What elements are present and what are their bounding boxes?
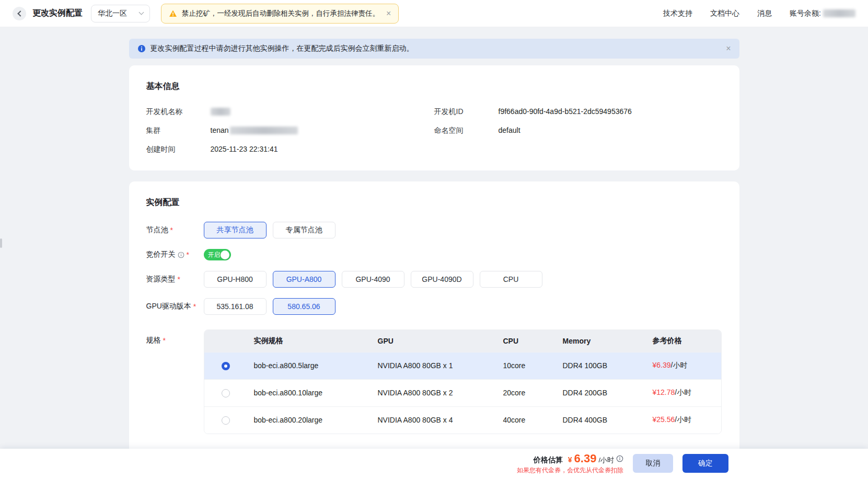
notice-close-icon[interactable]: × — [726, 44, 731, 53]
resource-type-row: 资源类型* GPU-H800 GPU-A800 GPU-4090 GPU-409… — [146, 271, 722, 288]
gpu-driver-option-580[interactable]: 580.65.06 — [273, 298, 335, 315]
spot-switch-toggle[interactable]: 开启 — [204, 249, 231, 260]
resource-option-gpu-a800[interactable]: GPU-A800 — [273, 271, 335, 288]
chevron-left-icon — [17, 10, 23, 16]
warning-text: 禁止挖矿，一经发现后自动删除相关实例，自行承担法律责任。 — [182, 9, 379, 18]
table-row[interactable]: bob-eci.a800.20large NVIDIA A800 80GB x … — [204, 406, 721, 434]
cell-gpu: NVIDIA A800 80GB x 1 — [372, 352, 497, 379]
cell-price: ¥12.78/小时 — [646, 379, 721, 406]
top-header: 更改实例配置 华北一区 禁止挖矿，一经发现后自动删除相关实例，自行承担法律责任。… — [0, 0, 868, 27]
spec-table-header: 实例规格 GPU CPU Memory 参考价格 — [204, 330, 721, 352]
field-namespace: 命名空间 default — [434, 124, 632, 136]
spec-label: 规格* — [146, 329, 204, 345]
spec-row: 规格* 实例规格 GPU CPU Memory 参考价格 — [146, 329, 722, 434]
basic-info-right-column: 开发机ID f9f66ad0-90fd-4a9d-b521-2dc5949536… — [434, 106, 632, 155]
column-header-memory: Memory — [557, 330, 646, 352]
main-content: 更改实例配置过程中请勿进行其他实例操作，在更配完成后实例会立刻重新启动。 × 基… — [129, 39, 739, 465]
field-created-time: 创建时间 2025-11-23 22:31:41 — [146, 143, 434, 155]
mining-warning-banner: 禁止挖矿，一经发现后自动删除相关实例，自行承担法律责任。 × — [161, 4, 399, 24]
node-pool-options: 共享节点池 专属节点池 — [204, 222, 335, 238]
cell-spec: bob-eci.a800.5large — [248, 352, 372, 379]
gpu-driver-option-535[interactable]: 535.161.08 — [204, 298, 267, 315]
gpu-driver-options: 535.161.08 580.65.06 — [204, 298, 335, 315]
price-value: ¥12.78 — [653, 388, 675, 396]
node-pool-row: 节点池* 共享节点池 专属节点池 — [146, 222, 722, 238]
required-asterisk: * — [187, 251, 189, 259]
resource-option-gpu-h800[interactable]: GPU-H800 — [204, 271, 267, 288]
cluster-value: tenan — [211, 124, 298, 136]
nav-account-balance[interactable]: 账号余额: — [790, 9, 855, 18]
radio-unselected[interactable] — [222, 389, 230, 397]
resource-type-options: GPU-H800 GPU-A800 GPU-4090 GPU-4090D CPU — [204, 271, 542, 288]
dev-machine-name-label: 开发机名称 — [146, 106, 211, 117]
nav-doc-center[interactable]: 文档中心 — [710, 9, 739, 18]
basic-info-left-column: 开发机名称 集群 tenan 创建时间 2025-11-23 22:31:41 — [146, 106, 434, 155]
cell-cpu: 40core — [497, 406, 557, 434]
spot-switch-state: 开启 — [208, 251, 221, 259]
required-asterisk: * — [163, 336, 166, 345]
nav-messages[interactable]: 消息 — [757, 9, 772, 18]
price-value: ¥6.39 — [653, 361, 671, 369]
notice-text: 更改实例配置过程中请勿进行其他实例操作，在更配完成后实例会立刻重新启动。 — [151, 44, 414, 53]
cell-memory: DDR4 400GB — [557, 406, 646, 434]
redacted-balance-value — [823, 9, 855, 17]
spec-table: 实例规格 GPU CPU Memory 参考价格 bob-eci.a800.5l… — [204, 330, 721, 434]
gpu-driver-label: GPU驱动版本* — [146, 302, 204, 311]
created-time-label: 创建时间 — [146, 143, 211, 155]
cell-price: ¥6.39/小时 — [646, 352, 721, 379]
scrollbar-thumb[interactable] — [0, 238, 2, 248]
spec-table-wrap: 实例规格 GPU CPU Memory 参考价格 bob-eci.a800.5l… — [204, 329, 722, 434]
node-pool-option-shared[interactable]: 共享节点池 — [204, 222, 267, 238]
resource-option-cpu[interactable]: CPU — [480, 271, 542, 288]
warning-icon — [169, 9, 177, 18]
spot-switch-label: 竞价开关 * — [146, 250, 204, 259]
voucher-note: 如果您有代金券，会优先从代金券扣除 — [517, 466, 623, 475]
cell-memory: DDR4 200GB — [557, 379, 646, 406]
dev-machine-name-value — [211, 108, 230, 116]
action-footer: 价格估算 ¥ 6.39 /小时 如果您有代金券，会优先从代金券扣除 取消 确定 — [0, 449, 868, 478]
radio-selected[interactable] — [222, 362, 230, 370]
cluster-label: 集群 — [146, 124, 211, 136]
dev-machine-id-label: 开发机ID — [434, 106, 499, 117]
cancel-button[interactable]: 取消 — [633, 454, 673, 473]
currency-symbol: ¥ — [568, 456, 572, 464]
page-title: 更改实例配置 — [32, 8, 83, 19]
account-balance-label: 账号余额: — [790, 9, 821, 18]
cell-spec: bob-eci.a800.20large — [248, 406, 372, 434]
node-pool-option-dedicated[interactable]: 专属节点池 — [273, 222, 335, 238]
required-asterisk: * — [193, 302, 196, 311]
table-row[interactable]: bob-eci.a800.5large NVIDIA A800 80GB x 1… — [204, 352, 721, 379]
column-header-price: 参考价格 — [646, 330, 721, 352]
price-info-icon[interactable] — [616, 455, 623, 462]
toggle-knob — [221, 251, 229, 259]
node-pool-label: 节点池* — [146, 225, 204, 235]
price-estimate-block: 价格估算 ¥ 6.39 /小时 如果您有代金券，会优先从代金券扣除 — [517, 452, 623, 475]
resource-option-gpu-4090[interactable]: GPU-4090 — [342, 271, 404, 288]
region-select[interactable]: 华北一区 — [91, 5, 150, 22]
top-nav: 技术支持 文档中心 消息 账号余额: — [663, 9, 855, 18]
column-header-spec: 实例规格 — [248, 330, 372, 352]
redacted-machine-name — [211, 108, 230, 116]
column-header-gpu: GPU — [372, 330, 497, 352]
estimated-price: 6.39 — [574, 452, 597, 465]
basic-info-title: 基本信息 — [146, 81, 722, 92]
cell-gpu: NVIDIA A800 80GB x 4 — [372, 406, 497, 434]
cluster-value-prefix: tenan — [211, 124, 229, 136]
confirm-button[interactable]: 确定 — [682, 454, 728, 473]
warning-close-icon[interactable]: × — [386, 9, 391, 18]
resource-option-gpu-4090d[interactable]: GPU-4090D — [411, 271, 473, 288]
nav-tech-support[interactable]: 技术支持 — [663, 9, 692, 18]
redacted-cluster-value — [230, 127, 298, 134]
cell-cpu: 10core — [497, 352, 557, 379]
field-dev-machine-id: 开发机ID f9f66ad0-90fd-4a9d-b521-2dc5949536… — [434, 106, 632, 117]
price-line: 价格估算 ¥ 6.39 /小时 — [534, 452, 623, 465]
back-button[interactable] — [13, 7, 26, 20]
spot-info-icon[interactable] — [178, 252, 184, 258]
table-row[interactable]: bob-eci.a800.10large NVIDIA A800 80GB x … — [204, 379, 721, 406]
radio-unselected[interactable] — [222, 416, 230, 425]
price-unit: /小时 — [671, 361, 688, 369]
chevron-down-icon — [139, 10, 144, 15]
gpu-driver-row: GPU驱动版本* 535.161.08 580.65.06 — [146, 298, 722, 315]
estimate-label: 价格估算 — [534, 456, 563, 465]
info-notice-banner: 更改实例配置过程中请勿进行其他实例操作，在更配完成后实例会立刻重新启动。 × — [129, 39, 739, 59]
